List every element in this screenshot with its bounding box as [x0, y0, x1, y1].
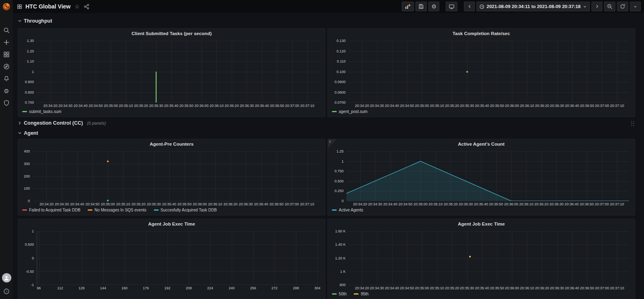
y-tick-label: 1	[32, 229, 34, 233]
explore-compass-icon[interactable]	[0, 61, 13, 73]
legend-item[interactable]: No Messages In SQS events	[88, 208, 146, 212]
y-tick-label: 800	[340, 283, 346, 287]
add-panel-button[interactable]	[402, 2, 414, 11]
legend-label: No Messages In SQS events	[94, 208, 146, 212]
dashboards-icon[interactable]	[0, 48, 13, 61]
panel-title[interactable]: Agent Job Exec Time	[18, 219, 325, 229]
legend-label: Failed to Acquired Task DDB	[29, 208, 80, 212]
panel-info-icon[interactable]: i	[328, 139, 337, 148]
chevron-left-icon	[467, 4, 472, 9]
time-range-picker[interactable]: 2021-08-09 20:34:11 to 2021-08-09 20:37:…	[476, 2, 590, 11]
x-tick-label: 20:37:10	[610, 104, 624, 108]
legend-item[interactable]: Failed to Acquired Task DDB	[22, 208, 80, 212]
panel-title[interactable]: Active Agent's Count	[328, 139, 635, 149]
x-tick-label: 20:35:40	[474, 202, 488, 206]
legend-item[interactable]: submit_tasks.sum	[22, 109, 61, 114]
plot-area[interactable]	[348, 41, 629, 102]
x-tick-label: 20:36:00	[505, 104, 519, 108]
user-avatar[interactable]	[2, 273, 11, 282]
plot-area[interactable]	[348, 231, 629, 285]
y-tick-label: 100	[24, 186, 30, 190]
x-tick-label: 20:35:50	[177, 202, 191, 206]
y-tick-label: 0.500	[334, 179, 344, 183]
legend: 50th95th	[331, 291, 629, 297]
y-axis: 1.301.201.1010.9000.8000.700	[21, 41, 37, 102]
x-tick-label: 20:34:30	[55, 202, 69, 206]
row-header-throughput[interactable]: Throughput	[18, 18, 635, 24]
dashboard-navbar: HTC Global View ☆ ⚙ 2021-08-09 20:34:11 …	[13, 0, 644, 13]
alerting-bell-icon[interactable]	[0, 73, 13, 85]
x-tick-label: 20:36:30	[550, 202, 564, 206]
legend-item[interactable]: Succesfully Acquired Task DDB	[154, 208, 217, 212]
refresh-interval-button[interactable]	[630, 2, 641, 11]
x-tick-label: 20:36:50	[269, 202, 283, 206]
panel-title[interactable]: Agent-Pre Counters	[18, 139, 325, 149]
legend-item[interactable]: agent_post.sum	[332, 109, 367, 114]
save-dashboard-button[interactable]	[415, 2, 427, 11]
plot-area[interactable]	[33, 151, 319, 201]
legend-swatch	[154, 209, 159, 211]
y-tick-label: 0.120	[336, 49, 346, 53]
svg-text:?: ?	[6, 290, 8, 293]
legend-item[interactable]: 95th	[354, 292, 368, 296]
y-tick-label: 300	[24, 162, 30, 166]
x-tick-label: 20:37:10	[300, 104, 315, 108]
refresh-button[interactable]	[617, 2, 628, 11]
panel-active-agents-count: i Active Agent's Count 1.2510.7500.5000.…	[327, 139, 635, 215]
x-tick-label: 20:34:30	[59, 104, 73, 108]
x-tick-label: 20:37:10	[300, 202, 314, 206]
plot-area[interactable]	[346, 151, 629, 201]
grafana-logo[interactable]	[0, 0, 13, 13]
search-icon[interactable]	[0, 24, 13, 36]
series-layer	[37, 231, 319, 284]
y-tick-label: 1.30	[27, 39, 34, 43]
legend-item[interactable]: Active Agents	[332, 208, 363, 212]
x-tick-label: 20:36:10	[520, 286, 534, 290]
row-drag-handle[interactable]	[631, 121, 635, 126]
x-tick-label: 256	[250, 286, 256, 290]
data-point	[107, 161, 109, 162]
x-axis: 20:34:2020:34:3020:34:4020:34:5020:35:00…	[348, 285, 629, 291]
y-tick-label: 0	[32, 256, 34, 260]
x-tick-label: 20:35:50	[490, 104, 504, 108]
panel-title[interactable]: Agent Job Exec Time	[328, 219, 635, 229]
cycle-view-button[interactable]	[446, 2, 457, 11]
y-tick-label: 0.250	[334, 189, 344, 193]
admin-shield-icon[interactable]	[0, 97, 13, 109]
legend-label: 50th	[339, 292, 346, 296]
panel-title[interactable]: Task Completion Rate/sec	[328, 29, 635, 38]
configuration-gear-icon[interactable]: ⚙	[0, 85, 13, 97]
x-tick-label: 20:37:00	[595, 104, 609, 108]
legend-item[interactable]: 50th	[332, 292, 346, 296]
create-plus-icon[interactable]	[0, 36, 13, 48]
dashboard-title[interactable]: HTC Global View	[25, 3, 71, 10]
plot-area[interactable]	[37, 231, 319, 285]
time-shift-forward-button[interactable]	[592, 2, 602, 11]
x-tick-label: 20:36:40	[254, 202, 268, 206]
zoom-out-icon	[607, 4, 613, 9]
plot-area[interactable]	[37, 41, 319, 102]
panel-task-completion-rate: Task Completion Rate/sec 0.1300.1200.110…	[327, 28, 635, 117]
x-tick-label: 208	[186, 286, 192, 290]
x-tick-label: 20:36:50	[580, 286, 594, 290]
x-tick-label: 20:34:40	[73, 104, 88, 108]
row-header-agent[interactable]: Agent	[18, 130, 635, 136]
y-axis: 0.1300.1200.1100.1000.09000.08000.0700	[331, 41, 348, 102]
y-tick-label: 0.0900	[334, 80, 346, 84]
x-tick-label: 112	[57, 286, 63, 290]
row-title: Agent	[24, 130, 38, 136]
zoom-out-button[interactable]	[604, 2, 615, 11]
x-tick-label: 20:37:10	[610, 202, 624, 206]
x-tick-label: 20:34:50	[88, 104, 103, 108]
star-dashboard-icon[interactable]: ☆	[75, 3, 80, 10]
data-point	[469, 256, 471, 257]
x-tick-label: 20:35:40	[475, 286, 489, 290]
help-icon[interactable]: ?	[0, 285, 13, 297]
time-shift-back-button[interactable]	[464, 2, 475, 11]
row-header-congestion-control[interactable]: Congestion Control (CC) (6 panels)	[18, 119, 635, 127]
share-dashboard-icon[interactable]	[84, 4, 90, 10]
dashboard-settings-button[interactable]: ⚙	[428, 2, 439, 11]
x-tick-label: 128	[79, 286, 85, 290]
panel-agent-job-exec-time-histogram: Agent Job Exec Time 10.5000-0.50-1 96112…	[18, 219, 325, 299]
panel-title[interactable]: Client Submitted Tasks (per second)	[18, 29, 325, 38]
